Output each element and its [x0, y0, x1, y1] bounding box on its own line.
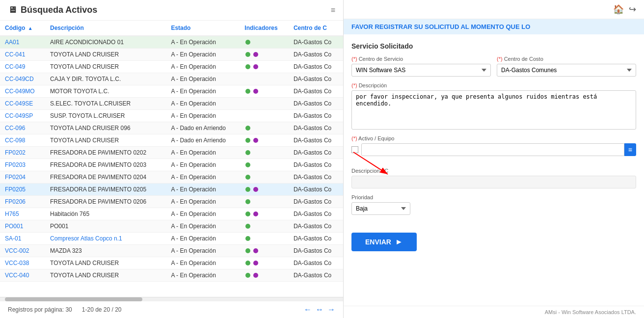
horizontal-scrollbar[interactable]: [0, 297, 343, 301]
cell-code: FP0203: [0, 159, 45, 171]
cell-code: CC-049CD: [0, 73, 45, 85]
cell-description: FRESADORA DE PAVIMENTO 0202: [45, 147, 166, 159]
table-row[interactable]: CC-041TOYOTA LAND CRUISERA - En Operació…: [0, 49, 343, 61]
cell-description: TOYOTA LAND CRUISER 096: [45, 122, 166, 134]
green-dot: [245, 150, 250, 155]
scrollbar-thumb[interactable]: [5, 297, 142, 301]
cell-centro: DA-Gastos Co: [289, 269, 343, 282]
home-icon[interactable]: 🏠: [613, 4, 624, 15]
prev-page-icon[interactable]: ←: [304, 305, 312, 314]
cell-description: FRESADORA DE PAVIMENTO 0206: [45, 196, 166, 208]
activo-checkbox[interactable]: [351, 146, 358, 153]
table-row[interactable]: FP0204FRESADORA DE PAVIMENTO 0204A - En …: [0, 171, 343, 184]
cell-estado: A - Dado en Arriendo: [166, 122, 240, 134]
cell-centro: DA-Gastos Co: [289, 98, 343, 110]
cell-centro: DA-Gastos Co: [289, 49, 343, 61]
footer-bar: AMsi - Win Software Asociados LTDA.: [344, 306, 644, 318]
table-row[interactable]: FP0205FRESADORA DE PAVIMENTO 0205A - En …: [0, 184, 343, 196]
cell-code: CC-041: [0, 49, 45, 61]
descripcion-ac-group: Descripcion AC: [351, 168, 636, 188]
table-row[interactable]: PO001PO001A - En OperaciónDA-Gastos Co: [0, 220, 343, 233]
cell-centro: DA-Gastos Co: [289, 134, 343, 147]
cell-estado: A - En Operación: [166, 184, 240, 196]
col-descripcion[interactable]: Descripción: [45, 21, 166, 36]
col-codigo[interactable]: Código ▲: [0, 21, 45, 36]
purple-dot: [253, 261, 258, 265]
table-row[interactable]: CC-049SES.ELEC. TOYOTA L.CRUISERA - En O…: [0, 98, 343, 110]
col-centro[interactable]: Centro de C: [289, 21, 343, 36]
cell-indicators: [240, 122, 289, 134]
table-row[interactable]: SA-01Compresor Atlas Copco n.1A - En Ope…: [0, 233, 343, 245]
filter-icon[interactable]: ≡: [331, 6, 335, 15]
pagination-info: Registros por página: 30 1-20 de 20 / 20: [8, 306, 122, 313]
cell-indicators: [240, 49, 289, 61]
cell-description: FRESADORA DE PAVIMENTO 0205: [45, 184, 166, 196]
table-row[interactable]: H765Habitación 765A - En OperaciónDA-Gas…: [0, 208, 343, 220]
enviar-label: ENVIAR: [365, 238, 391, 246]
table-row[interactable]: CC-096TOYOTA LAND CRUISER 096A - Dado en…: [0, 122, 343, 134]
table-row[interactable]: CC-098TOYOTA LAND CRUISERA - Dado en Arr…: [0, 134, 343, 147]
descripcion-textarea[interactable]: [351, 90, 636, 130]
cell-centro: DA-Gastos Co: [289, 159, 343, 171]
cell-centro: DA-Gastos Co: [289, 85, 343, 98]
table-row[interactable]: CC-049SPSUSP. TOYOTA L.CRUISERA - En Ope…: [0, 110, 343, 122]
activo-input[interactable]: [361, 143, 624, 156]
logout-icon[interactable]: ↪: [629, 4, 636, 15]
table-row[interactable]: CC-049CDCAJA Y DIR. TOYOTA L.C.A - En Op…: [0, 73, 343, 85]
green-dot: [245, 187, 250, 192]
activo-input-wrapper: ≡: [361, 143, 636, 156]
green-dot: [245, 175, 250, 180]
footer-text: AMsi - Win Software Asociados LTDA.: [545, 309, 636, 315]
next-page-icon[interactable]: →: [327, 305, 335, 314]
cell-description: AIRE ACONDICIONADO 01: [45, 36, 166, 49]
cell-estado: A - En Operación: [166, 159, 240, 171]
centro-servicio-label: (*) Centro de Servicio: [351, 56, 491, 62]
section-title: Servicio Solicitado: [351, 42, 636, 50]
centro-servicio-group: (*) Centro de Servicio WIN Software SAS: [351, 56, 491, 77]
centro-costo-select[interactable]: DA-Gastos Comunes: [497, 64, 636, 77]
green-dot: [245, 89, 250, 94]
marquee-banner: FAVOR REGISTRAR SU SOLICITUD AL MOMENTO …: [344, 19, 644, 34]
table-row[interactable]: FP0202FRESADORA DE PAVIMENTO 0202A - En …: [0, 147, 343, 159]
table-row[interactable]: VCC-038TOYOTA LAND CRUISERA - En Operaci…: [0, 257, 343, 269]
table-row[interactable]: FP0206FRESADORA DE PAVIMENTO 0206A - En …: [0, 196, 343, 208]
pagination-nav[interactable]: ← ↔ →: [304, 305, 335, 314]
cell-indicators: [240, 245, 289, 257]
cell-code: CC-049: [0, 61, 45, 73]
cell-indicators: [240, 61, 289, 73]
green-dot: [245, 236, 250, 241]
cell-centro: DA-Gastos Co: [289, 208, 343, 220]
cell-centro: DA-Gastos Co: [289, 73, 343, 85]
table-row[interactable]: AA01AIRE ACONDICIONADO 01A - En Operació…: [0, 36, 343, 49]
table-row[interactable]: CC-049TOYOTA LAND CRUISERA - En Operació…: [0, 61, 343, 73]
cell-description: Habitación 765: [45, 208, 166, 220]
cell-code: FP0202: [0, 147, 45, 159]
cell-estado: A - En Operación: [166, 245, 240, 257]
cell-estado: A - En Operación: [166, 61, 240, 73]
cell-estado: A - En Operación: [166, 98, 240, 110]
descripcion-group: (*) Descripción: [351, 82, 636, 130]
form-section: Servicio Solicitado (*) Centro de Servic…: [344, 34, 644, 229]
centro-costo-group: (*) Centro de Costo DA-Gastos Comunes: [497, 56, 636, 77]
pagination-bar: Registros por página: 30 1-20 de 20 / 20…: [0, 301, 343, 318]
expand-icon[interactable]: ↔: [316, 305, 323, 314]
col-estado[interactable]: Estado: [166, 21, 240, 36]
activo-search-button[interactable]: ≡: [624, 143, 636, 156]
cell-centro: DA-Gastos Co: [289, 61, 343, 73]
table-row[interactable]: CC-049MOMOTOR TOYOTA L.C.A - En Operació…: [0, 85, 343, 98]
enviar-button[interactable]: ENVIAR ►: [351, 233, 417, 251]
purple-dot: [253, 248, 258, 253]
table-row[interactable]: FP0203FRESADORA DE PAVIMENTO 0203A - En …: [0, 159, 343, 171]
right-top-bar: 🏠 ↪: [344, 0, 644, 19]
purple-dot: [253, 212, 258, 216]
col-indicadores[interactable]: Indicadores: [240, 21, 289, 36]
cell-centro: DA-Gastos Co: [289, 36, 343, 49]
table-row[interactable]: VCC-002MAZDA 323A - En OperaciónDA-Gasto…: [0, 245, 343, 257]
cell-estado: A - En Operación: [166, 73, 240, 85]
cell-centro: DA-Gastos Co: [289, 147, 343, 159]
cell-indicators: [240, 233, 289, 245]
cell-estado: A - En Operación: [166, 36, 240, 49]
prioridad-select[interactable]: Baja Media Alta: [351, 202, 410, 215]
centro-servicio-select[interactable]: WIN Software SAS: [351, 64, 491, 77]
table-row[interactable]: VCC-040TOYOTA LAND CRUISERA - En Operaci…: [0, 269, 343, 282]
